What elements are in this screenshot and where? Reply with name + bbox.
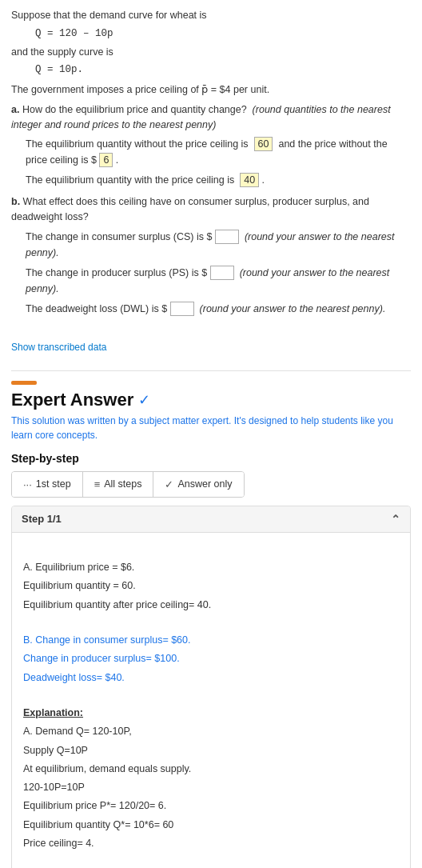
line1-val: 60 [254, 137, 273, 151]
step-body-line: A. Demand Q= 120-10P, [23, 723, 399, 740]
tab-all-steps[interactable]: ≡ All steps [83, 472, 154, 497]
orange-accent-bar [11, 381, 37, 385]
tab-answer-label: Answer only [177, 478, 232, 490]
step-panel: Step 1/1 ⌃ A. Equilibrium price = $6.Equ… [11, 506, 411, 868]
part-b-question: b. What effect does this ceiling have on… [11, 194, 411, 225]
tab-answer-icon: ✓ [165, 478, 173, 490]
tab-all-label: All steps [104, 478, 141, 490]
ps-input[interactable] [210, 266, 234, 280]
expert-answer-title: Expert Answer [11, 390, 133, 410]
expert-answer-section: Expert Answer ✓ This solution was writte… [11, 381, 411, 868]
verified-icon: ✓ [138, 391, 150, 409]
cs-line: The change in consumer surplus (CS) is $… [26, 229, 411, 261]
step-body-line: Equilibrium price P*= 120/20= 6. [23, 798, 399, 814]
step-body-line: Change in producer surplus= $100. [23, 650, 399, 667]
supply-intro: and the supply curve is [11, 45, 411, 60]
divider [11, 370, 411, 371]
step-body-line: Deadweight loss= $40. [23, 670, 399, 686]
part-a-line1: The equilibrium quantity without the pri… [26, 136, 411, 168]
step-body-line [23, 854, 399, 868]
step-body-line: Explanation: [23, 705, 399, 722]
step-body-line: B. Change in consumer surplus= $60. [23, 632, 399, 649]
step-body-line [23, 542, 399, 559]
cs-pre: The change in consumer surplus (CS) is $ [26, 231, 212, 242]
part-a-text: How do the equilibrium price and quantit… [22, 104, 247, 115]
line2-pre: The equilibrium quantity with the price … [26, 174, 234, 186]
expert-subtitle: This solution was written by a subject m… [11, 414, 411, 442]
part-b-label: b. [11, 196, 20, 207]
chevron-up-icon[interactable]: ⌃ [391, 513, 400, 526]
step-body-line: 120-10P=10P [23, 779, 399, 796]
tab-1st-icon: ··· [23, 478, 32, 490]
step-body-line: Equilibrium quantity = 60. [23, 578, 399, 594]
step-panel-header: Step 1/1 ⌃ [12, 506, 410, 533]
step-body-line: Supply Q=10P [23, 742, 399, 759]
ps-pre: The change in producer surplus (PS) is $ [26, 267, 207, 278]
cs-input[interactable] [215, 230, 239, 244]
step-body-line: Equilibrium quantity Q*= 10*6= 60 [23, 817, 399, 834]
step-body-line: Price ceiling= 4. [23, 835, 399, 852]
dwl-line: The deadweight loss (DWL) is $ (round yo… [26, 301, 411, 317]
dwl-italic: (round your answer to the nearest penny)… [200, 303, 386, 314]
line1-pre: The equilibrium quantity without the pri… [26, 138, 249, 150]
line1-price: 6 [99, 153, 113, 167]
part-a-question: a. How do the equilibrium price and quan… [11, 102, 411, 133]
step-body-line: At equilibrium, demand equals supply. [23, 761, 399, 778]
gov-text: The government imposes a price ceiling o… [11, 82, 411, 98]
step-panel-title: Step 1/1 [22, 513, 62, 525]
step-panel-body: A. Equilibrium price = $6.Equilibrium qu… [12, 533, 410, 868]
dwl-input[interactable] [170, 302, 194, 316]
step-body-line [23, 688, 399, 705]
tab-all-icon: ≡ [94, 478, 101, 490]
ps-line: The change in producer surplus (PS) is $… [26, 265, 411, 297]
tab-1st-step[interactable]: ··· 1st step [12, 472, 83, 497]
step-body-line: A. Equilibrium price = $6. [23, 559, 399, 576]
tab-answer-only[interactable]: ✓ Answer only [153, 472, 243, 497]
part-a-line2: The equilibrium quantity with the price … [26, 172, 411, 188]
part-a-label: a. [11, 104, 19, 115]
step-by-step-label: Step-by-step [11, 452, 411, 465]
steps-tabs: ··· 1st step ≡ All steps ✓ Answer only [11, 471, 245, 498]
show-transcribed-link[interactable]: Show transcribed data [11, 342, 106, 353]
part-b-text: What effect does this ceiling have on co… [11, 196, 369, 222]
supply-equation: Q = 10p. [35, 62, 411, 78]
step-body-line [23, 615, 399, 632]
demand-equation: Q = 120 – 10p [35, 26, 411, 42]
dwl-pre: The deadweight loss (DWL) is $ [26, 303, 167, 314]
question-intro: Suppose that the demand curve for wheat … [11, 8, 411, 23]
step-body-line: Equilibrium quantity after price ceiling… [23, 597, 399, 614]
line2-val: 40 [240, 173, 259, 187]
tab-1st-label: 1st step [36, 478, 71, 490]
